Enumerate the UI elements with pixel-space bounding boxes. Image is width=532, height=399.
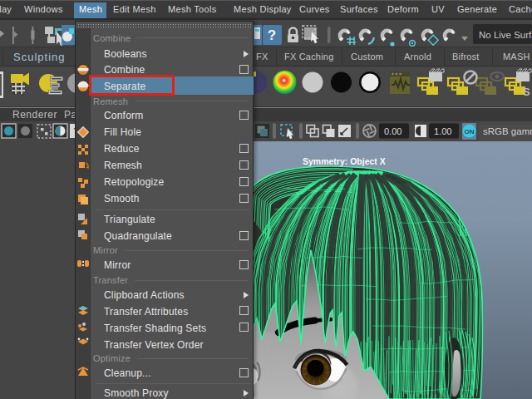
svg-text:sRGB gamm: sRGB gamm xyxy=(483,126,532,136)
svg-text:0.00: 0.00 xyxy=(384,126,401,136)
svg-text:ON: ON xyxy=(465,128,475,135)
svg-text:?: ? xyxy=(268,27,276,43)
svg-text:No Live Surfac: No Live Surfac xyxy=(479,30,532,40)
svg-text:S: S xyxy=(523,86,530,98)
svg-text:1.00: 1.00 xyxy=(434,126,451,136)
